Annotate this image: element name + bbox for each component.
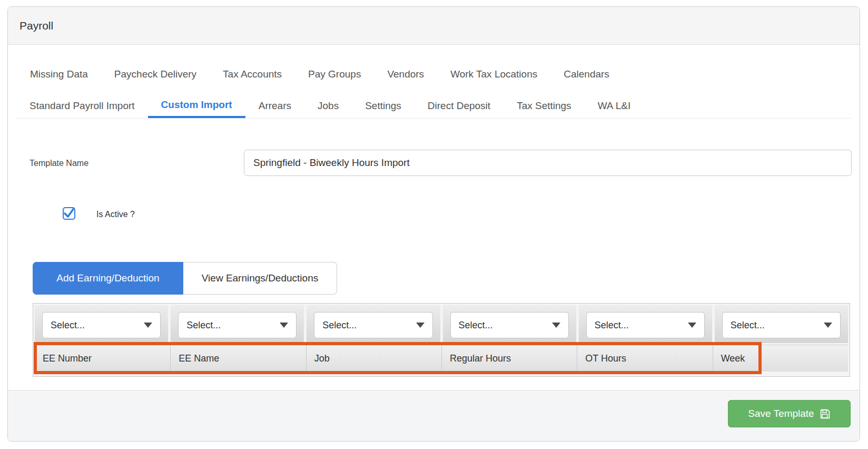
view-earnings-deductions-button[interactable]: View Earnings/Deductions — [183, 262, 337, 295]
column-mapping-table: Select... Select... Select... Select... — [33, 303, 850, 377]
is-active-checkbox[interactable] — [63, 207, 75, 220]
chevron-down-icon — [824, 323, 832, 328]
tab-settings[interactable]: Settings — [352, 93, 415, 118]
select-value: Select... — [322, 320, 357, 331]
tab-row-secondary: Standard Payroll Import Custom Import Ar… — [16, 93, 851, 119]
select-value: Select... — [51, 320, 85, 331]
footer-bar: Save Template — [8, 390, 860, 441]
checkmark-icon — [62, 207, 76, 220]
chevron-down-icon — [688, 323, 696, 328]
tab-calendars[interactable]: Calendars — [550, 65, 623, 84]
column-header-ot-hours: OT Hours — [577, 345, 712, 372]
tab-tax-accounts[interactable]: Tax Accounts — [210, 65, 295, 84]
mapping-column-4: Select... — [443, 305, 576, 343]
floppy-disk-icon — [820, 408, 831, 419]
tab-row-primary: Missing Data Paycheck Delivery Tax Accou… — [17, 65, 623, 84]
panel-header: Payroll — [8, 7, 860, 45]
tab-arrears[interactable]: Arrears — [245, 93, 304, 118]
column-select-2[interactable]: Select... — [178, 312, 297, 338]
is-active-label: Is Active ? — [96, 210, 135, 219]
chevron-down-icon — [416, 323, 425, 328]
chevron-down-icon — [280, 323, 288, 328]
column-select-1[interactable]: Select... — [42, 312, 161, 338]
select-row: Select... Select... Select... Select... — [33, 304, 850, 343]
select-value: Select... — [186, 320, 221, 331]
file-column-header-row: EE Number EE Name Job Regular Hours OT H… — [35, 345, 848, 372]
column-header-ee-name: EE Name — [170, 345, 305, 372]
tab-pay-groups[interactable]: Pay Groups — [295, 65, 374, 84]
chevron-down-icon — [552, 323, 560, 328]
column-select-5[interactable]: Select... — [586, 312, 705, 338]
tab-jobs[interactable]: Jobs — [304, 93, 352, 118]
tab-missing-data[interactable]: Missing Data — [17, 65, 101, 84]
column-header-week: Week — [713, 345, 848, 372]
template-name-label: Template Name — [29, 159, 88, 168]
save-template-button[interactable]: Save Template — [728, 400, 851, 427]
column-header-ee-number: EE Number — [35, 345, 170, 372]
mapping-column-6: Select... — [715, 305, 848, 343]
select-value: Select... — [595, 320, 629, 331]
column-select-3[interactable]: Select... — [314, 312, 432, 338]
column-select-4[interactable]: Select... — [450, 312, 569, 338]
select-value: Select... — [459, 320, 493, 331]
tab-tax-settings[interactable]: Tax Settings — [504, 93, 585, 118]
mapping-column-5: Select... — [579, 305, 712, 343]
tab-standard-payroll-import[interactable]: Standard Payroll Import — [16, 93, 148, 118]
column-header-regular-hours: Regular Hours — [441, 345, 577, 372]
template-name-input[interactable] — [244, 150, 852, 176]
mapping-column-2: Select... — [171, 305, 304, 343]
select-value: Select... — [731, 320, 765, 331]
page-title: Payroll — [19, 19, 53, 32]
tab-direct-deposit[interactable]: Direct Deposit — [415, 93, 504, 118]
tab-paycheck-delivery[interactable]: Paycheck Delivery — [101, 65, 210, 84]
chevron-down-icon — [144, 323, 152, 328]
add-earning-deduction-button[interactable]: Add Earning/Deduction — [33, 262, 183, 295]
earning-deduction-toggle: Add Earning/Deduction View Earnings/Dedu… — [33, 262, 337, 295]
tab-custom-import[interactable]: Custom Import — [148, 93, 245, 118]
mapping-column-3: Select... — [307, 305, 440, 343]
tab-work-tax-locations[interactable]: Work Tax Locations — [437, 65, 550, 84]
mapping-column-1: Select... — [35, 305, 168, 343]
payroll-panel: Payroll Missing Data Paycheck Delivery T… — [7, 6, 860, 442]
column-select-6[interactable]: Select... — [722, 312, 841, 338]
tab-wa-li[interactable]: WA L&I — [585, 93, 644, 118]
column-header-job: Job — [306, 345, 441, 372]
save-template-label: Save Template — [748, 408, 814, 419]
tab-vendors[interactable]: Vendors — [374, 65, 437, 84]
